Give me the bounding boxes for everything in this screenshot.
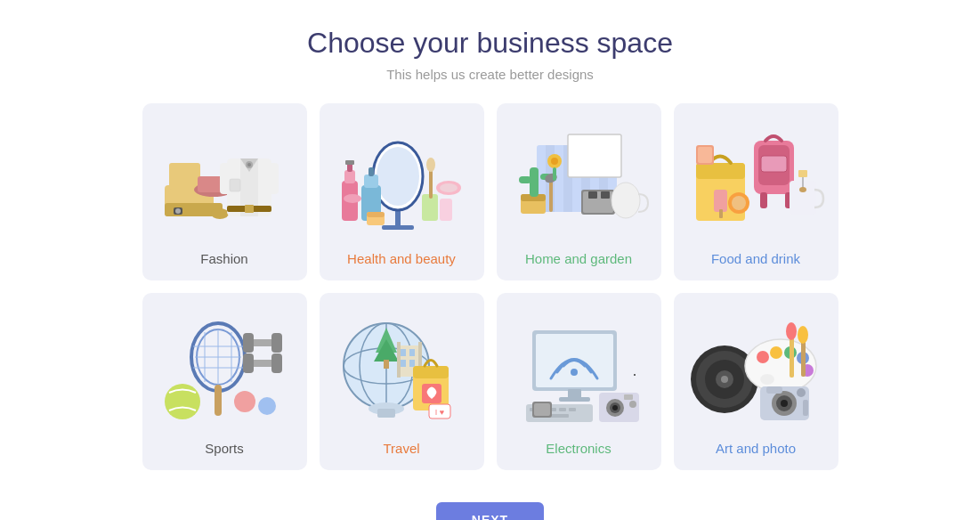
food-drink-illustration <box>684 116 827 240</box>
card-travel[interactable]: I ♥ Travel <box>320 293 484 470</box>
svg-rect-34 <box>429 167 433 199</box>
svg-rect-55 <box>601 191 610 199</box>
food-drink-label: Food and drink <box>711 251 800 266</box>
svg-point-94 <box>258 397 276 415</box>
health-beauty-illustration <box>330 116 473 240</box>
svg-rect-14 <box>245 205 254 213</box>
svg-point-152 <box>798 326 808 344</box>
svg-rect-48 <box>519 176 531 183</box>
svg-point-58 <box>551 158 558 165</box>
electronics-illustration <box>507 305 650 430</box>
svg-rect-66 <box>696 163 745 179</box>
svg-point-56 <box>611 183 640 218</box>
card-art-photo[interactable]: Art and photo <box>674 293 838 470</box>
svg-rect-125 <box>559 408 566 411</box>
svg-point-133 <box>612 405 618 410</box>
sports-label: Sports <box>205 441 243 456</box>
svg-rect-33 <box>440 199 452 221</box>
art-photo-illustration <box>684 305 827 430</box>
fashion-illustration <box>153 116 296 240</box>
fashion-label: Fashion <box>200 251 247 266</box>
svg-rect-76 <box>698 147 712 163</box>
svg-rect-27 <box>364 175 378 188</box>
svg-rect-159 <box>803 400 808 416</box>
electronics-label: Electronics <box>546 441 611 456</box>
business-space-grid: Fashion <box>142 103 838 470</box>
svg-point-143 <box>757 351 769 363</box>
svg-rect-91 <box>271 353 282 373</box>
art-photo-label: Art and photo <box>716 441 796 456</box>
svg-rect-126 <box>569 408 576 411</box>
svg-rect-85 <box>215 385 222 416</box>
svg-rect-110 <box>413 366 449 378</box>
home-garden-illustration <box>507 116 650 240</box>
card-health-beauty[interactable]: Health and beauty <box>320 103 484 280</box>
svg-rect-107 <box>397 342 401 378</box>
card-fashion[interactable]: Fashion <box>142 103 307 280</box>
page-subtitle: This helps us create better designs <box>386 67 594 82</box>
svg-rect-67 <box>714 190 727 212</box>
svg-point-12 <box>247 163 251 167</box>
svg-rect-104 <box>409 349 415 356</box>
page-title: Choose your business space <box>307 27 673 60</box>
svg-rect-3 <box>169 163 200 190</box>
sports-illustration <box>153 305 296 430</box>
svg-point-5 <box>175 208 181 214</box>
svg-rect-120 <box>559 397 590 402</box>
svg-rect-101 <box>384 360 389 369</box>
svg-point-158 <box>797 388 806 397</box>
svg-point-135 <box>629 401 636 408</box>
svg-rect-23 <box>344 170 355 183</box>
svg-rect-16 <box>266 163 279 194</box>
svg-point-37 <box>440 183 458 192</box>
health-beauty-label: Health and beauty <box>347 251 456 266</box>
svg-rect-87 <box>243 333 254 353</box>
svg-rect-47 <box>530 167 539 197</box>
svg-rect-70 <box>798 170 807 177</box>
card-home-garden[interactable]: Home and garden <box>497 103 661 280</box>
svg-point-35 <box>426 158 435 172</box>
svg-rect-157 <box>766 386 782 394</box>
svg-rect-28 <box>369 167 374 176</box>
card-electronics[interactable]: Electronics <box>497 293 661 470</box>
svg-point-144 <box>770 346 782 359</box>
svg-rect-54 <box>588 191 597 199</box>
svg-rect-30 <box>367 212 385 217</box>
svg-point-148 <box>760 374 774 385</box>
svg-rect-19 <box>382 225 414 230</box>
svg-point-118 <box>571 369 578 376</box>
svg-rect-105 <box>401 360 406 367</box>
travel-illustration: I ♥ <box>330 305 473 430</box>
svg-rect-106 <box>409 360 415 367</box>
svg-rect-50 <box>549 181 553 212</box>
svg-rect-88 <box>271 333 282 353</box>
svg-point-2 <box>211 208 229 219</box>
svg-rect-134 <box>624 394 633 400</box>
card-sports[interactable]: Sports <box>142 293 307 470</box>
svg-point-74 <box>732 196 746 210</box>
svg-rect-63 <box>760 192 767 208</box>
svg-text:I ♥: I ♥ <box>434 408 443 417</box>
svg-rect-68 <box>719 209 723 218</box>
svg-rect-59 <box>553 167 556 181</box>
svg-rect-113 <box>377 409 395 418</box>
svg-point-136 <box>634 374 636 376</box>
next-button[interactable]: NEXT <box>436 502 544 520</box>
svg-point-93 <box>234 391 255 412</box>
svg-point-72 <box>799 187 806 192</box>
svg-rect-25 <box>345 160 354 165</box>
svg-point-141 <box>721 376 728 383</box>
svg-point-21 <box>377 147 419 206</box>
svg-rect-90 <box>243 353 254 373</box>
svg-point-31 <box>344 194 361 203</box>
svg-point-150 <box>786 322 797 340</box>
card-food-drink[interactable]: Food and drink <box>674 103 838 280</box>
svg-point-156 <box>781 400 788 407</box>
svg-rect-119 <box>568 389 581 398</box>
svg-rect-44 <box>568 134 621 177</box>
home-garden-label: Home and garden <box>525 251 632 266</box>
svg-rect-62 <box>761 156 787 172</box>
svg-rect-103 <box>401 349 406 356</box>
svg-rect-17 <box>230 179 240 191</box>
svg-rect-129 <box>534 403 550 416</box>
